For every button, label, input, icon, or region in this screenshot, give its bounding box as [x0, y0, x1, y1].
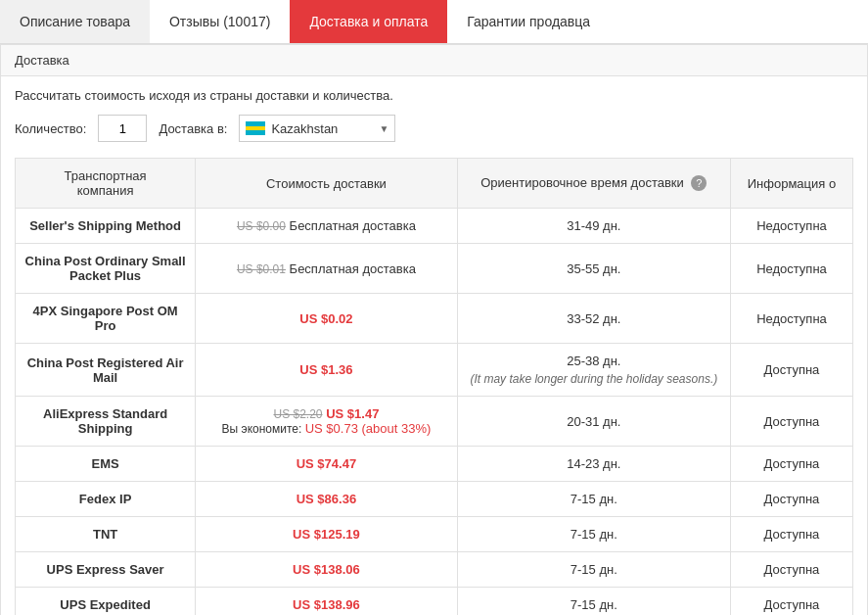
cost-cell-8: US $138.06 — [196, 552, 457, 588]
company-cell-7: TNT — [16, 517, 196, 552]
company-name-4: AliExpress Standard Shipping — [43, 406, 167, 436]
time-cell-0: 31-49 дн. — [457, 209, 730, 244]
company-cell-4: AliExpress Standard Shipping — [16, 397, 196, 447]
time-value-3: 25-38 дн. — [567, 354, 620, 368]
status-value-5: Доступна — [764, 456, 820, 471]
header-company: Транспортнаякомпания — [16, 159, 196, 209]
status-cell-7: Доступна — [730, 517, 852, 552]
status-cell-1: Недоступна — [730, 244, 852, 294]
company-cell-5: EMS — [16, 447, 196, 482]
table-row: 4PX Singapore Post OM ProUS $0.0233-52 д… — [16, 294, 853, 344]
status-value-9: Доступна — [764, 597, 820, 612]
price-current-9: US $138.96 — [293, 597, 360, 612]
company-cell-9: UPS Expedited — [16, 588, 196, 616]
company-name-8: UPS Express Saver — [47, 562, 164, 577]
price-current-3: US $1.36 — [299, 362, 352, 377]
table-row: AliExpress Standard ShippingUS $2.20 US … — [16, 397, 853, 447]
company-name-5: EMS — [92, 456, 119, 471]
price-original-0: US $0.00 — [237, 219, 286, 233]
time-cell-1: 35-55 дн. — [457, 244, 730, 294]
company-cell-3: China Post Registered Air Mail — [16, 344, 196, 397]
quantity-label: Количество: — [15, 121, 86, 136]
section-header: Доставка — [0, 44, 868, 76]
status-value-1: Недоступна — [756, 261, 827, 276]
cost-cell-1: US $0.01 Бесплатная доставка — [196, 244, 457, 294]
company-cell-1: China Post Ordinary Small Packet Plus — [16, 244, 196, 294]
country-select[interactable]: Kazakhstan ▼ — [239, 115, 395, 142]
table-row: Fedex IPUS $86.367-15 дн.Доступна — [16, 482, 853, 517]
company-cell-2: 4PX Singapore Post OM Pro — [16, 294, 196, 344]
flag-icon — [246, 121, 265, 135]
table-row: China Post Registered Air MailUS $1.3625… — [16, 344, 853, 397]
status-cell-3: Доступна — [730, 344, 852, 397]
question-icon[interactable]: ? — [691, 175, 707, 191]
status-cell-2: Недоступна — [730, 294, 852, 344]
status-value-0: Недоступна — [756, 218, 827, 233]
price-current-6: US $86.36 — [297, 492, 356, 506]
status-cell-6: Доступна — [730, 482, 852, 517]
company-name-6: Fedex IP — [79, 492, 131, 506]
time-value-1: 35-55 дн. — [567, 261, 620, 276]
time-value-5: 14-23 дн. — [567, 456, 620, 471]
status-value-3: Доступна — [764, 362, 820, 377]
chevron-down-icon: ▼ — [380, 123, 389, 134]
status-cell-8: Доступна — [730, 552, 852, 588]
header-time: Ориентировочное время доставки ? — [457, 159, 730, 209]
status-cell-5: Доступна — [730, 447, 852, 482]
price-original-4: US $2.20 — [273, 407, 322, 421]
quantity-row: Количество: Доставка в: Kazakhstan ▼ — [15, 115, 853, 142]
status-cell-4: Доступна — [730, 397, 852, 447]
header-info: Информация о — [730, 159, 852, 209]
company-cell-6: Fedex IP — [16, 482, 196, 517]
table-row: TNTUS $125.197-15 дн.Доступна — [16, 517, 853, 552]
time-value-8: 7-15 дн. — [571, 562, 617, 577]
status-value-6: Доступна — [764, 492, 820, 506]
company-name-9: UPS Expedited — [60, 597, 150, 612]
time-value-0: 31-49 дн. — [567, 218, 620, 233]
tab-bar: Описание товараОтзывы (10017)Доставка и … — [0, 0, 868, 44]
table-row: China Post Ordinary Small Packet PlusUS … — [16, 244, 853, 294]
table-row: EMSUS $74.4714-23 дн.Доступна — [16, 447, 853, 482]
save-label-4: Вы экономите: — [222, 422, 305, 436]
tab-guarantee[interactable]: Гарантии продавца — [447, 0, 610, 43]
tab-description[interactable]: Описание товара — [0, 0, 150, 43]
cost-cell-2: US $0.02 — [196, 294, 457, 344]
cost-cell-4: US $2.20 US $1.47Вы экономите: US $0.73 … — [196, 397, 457, 447]
company-name-1: China Post Ordinary Small Packet Plus — [25, 254, 186, 283]
time-value-6: 7-15 дн. — [571, 492, 617, 506]
time-cell-3: 25-38 дн.(It may take longer during the … — [457, 344, 730, 397]
free-shipping-0: Бесплатная доставка — [290, 218, 416, 233]
price-current-7: US $125.19 — [293, 527, 360, 542]
price-current-4: US $1.47 — [326, 406, 379, 421]
cost-cell-0: US $0.00 Бесплатная доставка — [196, 209, 457, 244]
time-cell-8: 7-15 дн. — [457, 552, 730, 588]
quantity-input[interactable] — [98, 115, 147, 142]
status-value-4: Доступна — [764, 414, 820, 429]
price-current-8: US $138.06 — [293, 562, 360, 577]
delivery-label: Доставка в: — [159, 121, 227, 136]
time-cell-6: 7-15 дн. — [457, 482, 730, 517]
time-cell-2: 33-52 дн. — [457, 294, 730, 344]
tab-delivery[interactable]: Доставка и оплата — [290, 0, 447, 43]
shipping-table: Транспортнаякомпания Стоимость доставки … — [15, 158, 853, 615]
time-cell-4: 20-31 дн. — [457, 397, 730, 447]
status-cell-0: Недоступна — [730, 209, 852, 244]
cost-cell-7: US $125.19 — [196, 517, 457, 552]
company-name-2: 4PX Singapore Post OM Pro — [33, 304, 178, 333]
price-original-1: US $0.01 — [237, 262, 286, 276]
company-cell-8: UPS Express Saver — [16, 552, 196, 588]
section-title: Доставка — [15, 53, 69, 68]
table-row: UPS ExpeditedUS $138.967-15 дн.Доступна — [16, 588, 853, 616]
cost-cell-3: US $1.36 — [196, 344, 457, 397]
header-cost: Стоимость доставки — [196, 159, 457, 209]
tab-reviews[interactable]: Отзывы (10017) — [150, 0, 290, 43]
table-row: Seller's Shipping MethodUS $0.00 Бесплат… — [16, 209, 853, 244]
status-value-8: Доступна — [764, 562, 820, 577]
company-name-3: China Post Registered Air Mail — [27, 355, 184, 385]
content-area: Рассчитать стоимость исходя из страны до… — [0, 76, 868, 615]
status-value-7: Доступна — [764, 527, 820, 542]
country-name: Kazakhstan — [271, 121, 373, 136]
cost-cell-6: US $86.36 — [196, 482, 457, 517]
time-value-7: 7-15 дн. — [571, 527, 617, 542]
description-text: Рассчитать стоимость исходя из страны до… — [15, 88, 853, 103]
